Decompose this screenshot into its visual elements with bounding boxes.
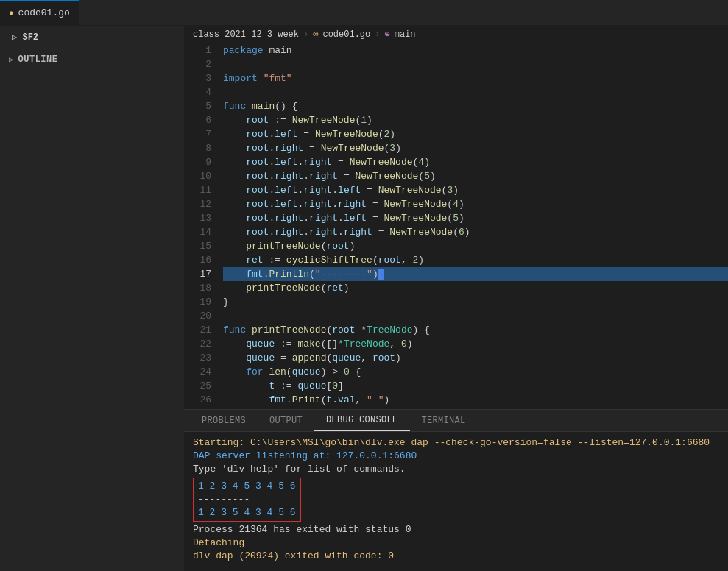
- tab-problems[interactable]: PROBLEMS: [190, 410, 258, 431]
- code-line: root := NewTreeNode(1): [223, 113, 728, 127]
- active-tab[interactable]: ● code01.go: [0, 0, 79, 25]
- code-line: func main() {: [223, 99, 728, 113]
- sidebar-outline-chevron: ▷: [9, 55, 14, 64]
- tab-debug-console[interactable]: DEBUG CONSOLE: [314, 410, 410, 431]
- code-line: func printTreeNode(root *TreeNode) {: [223, 323, 728, 337]
- code-line: }: [223, 295, 728, 309]
- code-line: printTreeNode(ret): [223, 281, 728, 295]
- code-line: fmt.Print(t.val, " "): [223, 393, 728, 407]
- console-line: Starting: C:\Users\MSI\go\bin\dlv.exe da…: [193, 436, 719, 450]
- main-area: ▷ SF2 ▷ OUTLINE class_2021_12_3_week › ∞…: [0, 26, 728, 571]
- code-line: package main: [223, 43, 728, 57]
- code-line: root.right = NewTreeNode(3): [223, 141, 728, 155]
- code-line-active: fmt.Println("--------")│: [223, 267, 728, 281]
- code-editor[interactable]: 1 2 3 4 5 6 7 8 9 10 11 12 13 14 15 16 1: [184, 43, 728, 409]
- console-line: Detaching: [193, 536, 719, 550]
- code-line: ret := cyclicShiftTree(root, 2): [223, 253, 728, 267]
- console-highlight-block: 1 2 3 4 5 3 4 5 6 --------- 1 2 3 5 4 3 …: [193, 478, 301, 522]
- panel-tabs: PROBLEMS OUTPUT DEBUG CONSOLE TERMINAL: [184, 410, 728, 432]
- console-line-separator: ---------: [198, 493, 296, 506]
- sidebar-sf2-label: ▷ SF2: [0, 26, 184, 49]
- breadcrumb-file: code01.go: [322, 29, 370, 40]
- code-line: for len(queue) > 0 {: [223, 365, 728, 379]
- tab-bar: ● code01.go: [0, 0, 728, 26]
- code-line: [223, 309, 728, 323]
- sidebar-outline-label: OUTLINE: [18, 54, 58, 65]
- code-line: root.right.right.left = NewTreeNode(5): [223, 211, 728, 225]
- breadcrumb-func-icon: ⊕: [384, 29, 389, 40]
- tab-terminal[interactable]: TERMINAL: [410, 410, 478, 431]
- breadcrumb-func: main: [395, 29, 416, 40]
- code-lines: package main import "fmt" func main() { …: [217, 43, 728, 409]
- breadcrumb-folder: class_2021_12_3_week: [193, 29, 299, 40]
- console-line: Process 21364 has exited with status 0: [193, 523, 719, 536]
- line-numbers: 1 2 3 4 5 6 7 8 9 10 11 12 13 14 15 16 1: [184, 43, 217, 409]
- console-line-output1: 1 2 3 4 5 3 4 5 6: [198, 480, 296, 493]
- console-output: Starting: C:\Users\MSI\go\bin\dlv.exe da…: [184, 432, 728, 571]
- editor-area: class_2021_12_3_week › ∞ code01.go › ⊕ m…: [184, 26, 728, 571]
- code-line: import "fmt": [223, 71, 728, 85]
- breadcrumb-file-icon: ∞: [313, 29, 318, 40]
- bottom-panel: PROBLEMS OUTPUT DEBUG CONSOLE TERMINAL S…: [184, 409, 728, 571]
- code-line: queue = append(queue, root): [223, 351, 728, 365]
- console-line: dlv dap (20924) exited with code: 0: [193, 550, 719, 563]
- code-line: t := queue[0]: [223, 379, 728, 393]
- tab-modified-icon: ●: [9, 9, 14, 18]
- code-line: root.left.right.right = NewTreeNode(4): [223, 197, 728, 211]
- code-line: [223, 85, 728, 99]
- tab-label: code01.go: [18, 7, 70, 18]
- sidebar-expand-icon[interactable]: ▷: [12, 32, 17, 43]
- code-line: root.left = NewTreeNode(2): [223, 127, 728, 141]
- sidebar-outline-header[interactable]: ▷ OUTLINE: [0, 49, 184, 71]
- console-line-output2: 1 2 3 5 4 3 4 5 6: [198, 506, 296, 519]
- code-line: queue := make([]*TreeNode, 0): [223, 337, 728, 351]
- breadcrumb: class_2021_12_3_week › ∞ code01.go › ⊕ m…: [184, 26, 728, 43]
- code-line: root.right.right.right = NewTreeNode(6): [223, 225, 728, 239]
- code-content: 1 2 3 4 5 6 7 8 9 10 11 12 13 14 15 16 1: [184, 43, 728, 409]
- code-line: root.left.right.left = NewTreeNode(3): [223, 183, 728, 197]
- code-line: [223, 57, 728, 71]
- code-line: root.right.right = NewTreeNode(5): [223, 169, 728, 183]
- sidebar: ▷ SF2 ▷ OUTLINE: [0, 26, 184, 571]
- tab-output[interactable]: OUTPUT: [258, 410, 314, 431]
- console-line: DAP server listening at: 127.0.0.1:6680: [193, 450, 719, 463]
- code-line: root.left.right = NewTreeNode(4): [223, 155, 728, 169]
- console-line: Type 'dlv help' for list of commands.: [193, 463, 719, 476]
- code-line: printTreeNode(root): [223, 239, 728, 253]
